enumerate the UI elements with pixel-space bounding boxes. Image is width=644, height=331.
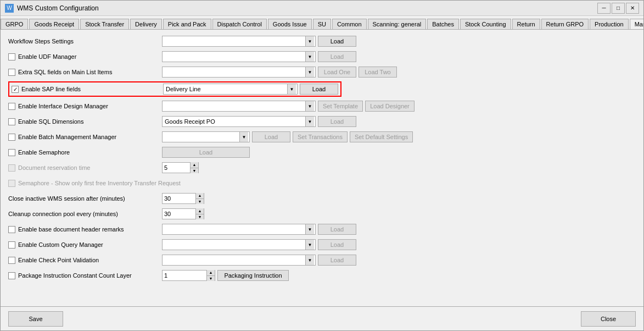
maximize-button[interactable]: □ — [612, 3, 625, 14]
package-instr-row: Package Instruction Constant Count Layer… — [8, 269, 636, 282]
package-instr-checkbox[interactable] — [8, 272, 15, 279]
extra-sql-dropdown[interactable]: ▼ — [162, 67, 316, 78]
close-inactive-down[interactable]: ▼ — [196, 199, 204, 205]
package-instr-input[interactable] — [163, 272, 206, 279]
extra-sql-load-two-button[interactable]: Load Two — [359, 67, 397, 78]
enable-semaphore-label: Enable Semaphore — [8, 149, 162, 156]
doc-reservation-spinner[interactable]: ▲ ▼ — [162, 162, 199, 173]
enable-check-point-checkbox[interactable] — [8, 257, 15, 264]
enable-check-point-load-button[interactable]: Load — [318, 255, 356, 266]
tab-scanning-general[interactable]: Scanning: general — [368, 19, 427, 30]
package-instr-spinner[interactable]: ▲ ▼ — [162, 270, 215, 281]
extra-sql-load-one-button[interactable]: Load One — [318, 67, 356, 78]
semaphore-show-row: Semaphore - Show only first free Invento… — [8, 177, 636, 189]
enable-udf-load-button[interactable]: Load — [318, 51, 356, 62]
tab-production[interactable]: Production — [590, 19, 629, 30]
enable-custom-query-checkbox[interactable] — [8, 241, 15, 249]
enable-check-point-dropdown-arrow: ▼ — [305, 255, 314, 265]
extra-sql-label: Extra SQL fields on Main List Items — [8, 69, 162, 76]
load-designer-button[interactable]: Load Designer — [365, 101, 415, 112]
minimize-button[interactable]: ─ — [597, 3, 611, 14]
enable-udf-dropdown[interactable]: ▼ — [162, 51, 316, 62]
tab-manager[interactable]: Manager — [630, 19, 643, 30]
set-template-button[interactable]: Set Template — [318, 101, 363, 112]
set-default-settings-button[interactable]: Set Default Settings — [350, 131, 413, 142]
enable-interface-dropdown[interactable]: ▼ — [162, 101, 316, 112]
doc-reservation-down[interactable]: ▼ — [191, 168, 198, 174]
enable-sap-dropdown[interactable]: Delivery Line ▼ — [163, 84, 298, 95]
enable-interface-label: Enable Interface Design Manager — [8, 103, 162, 110]
enable-interface-checkbox[interactable] — [8, 103, 15, 110]
enable-base-doc-load-button[interactable]: Load — [318, 224, 356, 235]
enable-base-doc-dropdown[interactable]: ▼ — [162, 224, 316, 235]
enable-interface-dropdown-arrow: ▼ — [305, 101, 314, 111]
cleanup-down[interactable]: ▼ — [196, 214, 204, 220]
enable-base-doc-label: Enable base document header remarks — [8, 226, 162, 233]
workflow-load-button[interactable]: Load — [318, 36, 356, 47]
set-transactions-button[interactable]: Set Transactions — [293, 131, 348, 142]
enable-base-doc-checkbox[interactable] — [8, 226, 15, 233]
doc-reservation-up[interactable]: ▲ — [191, 162, 198, 168]
extra-sql-row: Extra SQL fields on Main List Items ▼ Lo… — [8, 66, 636, 78]
doc-reservation-input[interactable] — [163, 164, 190, 171]
close-inactive-spinner[interactable]: ▲ ▼ — [162, 193, 204, 204]
package-instr-label: Package Instruction Constant Count Layer — [8, 272, 162, 279]
close-window-button[interactable]: ✕ — [626, 3, 639, 14]
tab-goods-receipt[interactable]: Goods Receipt — [29, 19, 79, 30]
tab-grpo[interactable]: GRPO — [1, 19, 28, 30]
cleanup-up[interactable]: ▲ — [196, 208, 204, 214]
cleanup-input[interactable] — [163, 211, 195, 217]
doc-reservation-checkbox — [8, 164, 15, 172]
enable-semaphore-checkbox[interactable] — [8, 149, 15, 156]
title-bar: W WMS Custom Configuration ─ □ ✕ — [1, 1, 643, 16]
extra-sql-checkbox[interactable] — [8, 69, 15, 76]
package-instr-down[interactable]: ▼ — [207, 276, 215, 282]
cleanup-label: Cleanup connection pool every (minutes) — [8, 211, 162, 217]
main-window: W WMS Custom Configuration ─ □ ✕ GRPO Go… — [0, 0, 644, 331]
enable-semaphore-load-button[interactable]: Load — [162, 147, 250, 158]
enable-sql-dim-load-button[interactable]: Load — [318, 116, 356, 127]
close-inactive-row: Close inactive WMS session after (minute… — [8, 192, 636, 205]
tab-dispatch-control[interactable]: Dispatch Control — [212, 19, 267, 30]
enable-batch-label: Enable Batch Management Manager — [8, 134, 162, 141]
enable-udf-row: Enable UDF Manager ▼ Load — [8, 51, 636, 63]
enable-check-point-dropdown[interactable]: ▼ — [162, 255, 316, 266]
close-inactive-spinner-btns: ▲ ▼ — [195, 193, 204, 204]
tab-goods-issue[interactable]: Goods Issue — [268, 19, 312, 30]
enable-sap-checkbox[interactable] — [12, 86, 19, 93]
save-button[interactable]: Save — [8, 311, 63, 327]
enable-udf-checkbox[interactable] — [8, 53, 15, 60]
content-area: Workflow Steps Settings ▼ Load Enable UD… — [1, 30, 643, 306]
enable-sap-load-button[interactable]: Load — [300, 84, 338, 95]
tab-batches[interactable]: Batches — [427, 19, 459, 30]
close-button[interactable]: Close — [581, 311, 636, 327]
enable-batch-load-button[interactable]: Load — [252, 131, 290, 142]
enable-interface-row: Enable Interface Design Manager ▼ Set Te… — [8, 100, 636, 112]
tab-stock-counting[interactable]: Stock Counting — [460, 19, 511, 30]
tab-delivery[interactable]: Delivery — [130, 19, 162, 30]
enable-batch-dropdown[interactable]: ▼ — [162, 131, 250, 142]
enable-check-point-label: Enable Check Point Validation — [8, 257, 162, 264]
packaging-instruction-button[interactable]: Packaging Instruction — [217, 270, 289, 281]
enable-sql-dim-checkbox[interactable] — [8, 118, 15, 125]
tab-pick-and-pack[interactable]: Pick and Pack — [163, 19, 211, 30]
workflow-label: Workflow Steps Settings — [8, 38, 162, 45]
cleanup-spinner[interactable]: ▲ ▼ — [162, 208, 204, 219]
enable-batch-checkbox[interactable] — [8, 134, 15, 141]
workflow-dropdown[interactable]: ▼ — [162, 36, 316, 47]
tab-bar: GRPO Goods Receipt Stock Transfer Delive… — [1, 16, 643, 30]
tab-return-grpo[interactable]: Return GRPO — [541, 19, 589, 30]
tab-return[interactable]: Return — [512, 19, 540, 30]
package-instr-up[interactable]: ▲ — [207, 270, 215, 276]
close-inactive-input[interactable] — [163, 195, 195, 202]
window-title: WMS Custom Configuration — [17, 4, 597, 12]
tab-stock-transfer[interactable]: Stock Transfer — [80, 19, 129, 30]
close-inactive-up[interactable]: ▲ — [196, 193, 204, 199]
enable-custom-query-load-button[interactable]: Load — [318, 239, 356, 250]
enable-custom-query-dropdown[interactable]: ▼ — [162, 239, 316, 250]
doc-reservation-label: Document reservation time — [8, 164, 162, 172]
tab-common[interactable]: Common — [332, 19, 367, 30]
doc-reservation-row: Document reservation time ▲ ▼ — [8, 162, 636, 174]
tab-su[interactable]: SU — [313, 19, 331, 30]
enable-sql-dim-dropdown[interactable]: Goods Receipt PO ▼ — [162, 116, 316, 127]
